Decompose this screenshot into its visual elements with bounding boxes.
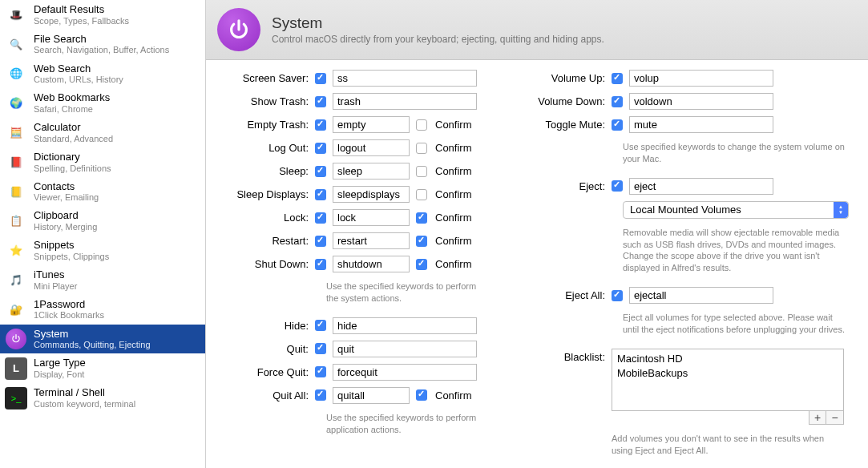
confirm-shut-down-checkbox[interactable]: [416, 259, 427, 270]
eject-input[interactable]: [629, 178, 773, 195]
blacklist-add-button[interactable]: +: [809, 410, 826, 425]
blacklist-listbox[interactable]: Macintosh HD MobileBackups: [612, 349, 844, 411]
contacts-icon: 📒: [5, 180, 27, 203]
screen-saver-input[interactable]: [333, 70, 477, 87]
show-trash-input[interactable]: [333, 93, 477, 110]
itunes-icon: 🎵: [5, 268, 27, 291]
calculator-icon: 🧮: [5, 122, 27, 144]
restart-input[interactable]: [333, 232, 410, 249]
confirm-quit-all-checkbox[interactable]: [416, 389, 427, 401]
enable-lock-checkbox[interactable]: [315, 212, 326, 224]
label-show-trash: Show Trash:: [222, 95, 309, 107]
large-type-icon: L: [5, 357, 27, 380]
sleep-displays-input[interactable]: [333, 186, 410, 203]
enable-log-out-checkbox[interactable]: [315, 143, 326, 154]
log-out-input[interactable]: [333, 139, 410, 156]
enable-shut-down-checkbox[interactable]: [315, 259, 326, 270]
enable-volume-down-checkbox[interactable]: [612, 96, 623, 107]
lock-input[interactable]: [333, 209, 410, 226]
sidebar-item-file-search[interactable]: 🔍 File SearchSearch, Navigation, Buffer,…: [0, 30, 205, 59]
enable-eject-checkbox[interactable]: [612, 180, 623, 192]
enable-restart-checkbox[interactable]: [315, 236, 326, 247]
helper-app-actions: Use the specified keywords to perform ap…: [326, 410, 486, 442]
snippets-icon: ⭐: [5, 240, 27, 262]
eject-scope-select[interactable]: Local Mounted Volumes: [623, 201, 849, 219]
1password-icon: 🔐: [5, 298, 27, 321]
label-shut-down: Shut Down:: [222, 258, 309, 270]
enable-quit-all-checkbox[interactable]: [315, 389, 326, 401]
sidebar-item-label: iTunes: [34, 268, 77, 281]
force-quit-input[interactable]: [333, 364, 477, 381]
sidebar-item-large-type[interactable]: L Large TypeDisplay, Font: [0, 353, 205, 383]
enable-quit-checkbox[interactable]: [315, 343, 326, 354]
helper-eject-scope: Removable media will show ejectable remo…: [623, 225, 847, 280]
empty-trash-input[interactable]: [333, 116, 410, 133]
sidebar-item-snippets[interactable]: ⭐ SnippetsSnippets, Clippings: [0, 236, 205, 265]
confirm-empty-trash-checkbox[interactable]: [416, 119, 427, 131]
confirm-sleep-checkbox[interactable]: [416, 166, 427, 177]
sidebar-item-sub: Snippets, Clippings: [34, 252, 109, 262]
volume-down-input[interactable]: [629, 93, 773, 110]
sidebar-item-1password[interactable]: 🔐 1Password1Click Bookmarks: [0, 295, 205, 325]
confirm-log-out-checkbox[interactable]: [416, 143, 427, 154]
sidebar-item-sub: Display, Font: [34, 369, 86, 380]
label-toggle-mute: Toggle Mute:: [519, 119, 605, 131]
sidebar-item-clipboard[interactable]: 📋 ClipboardHistory, Merging: [0, 206, 205, 236]
sidebar-item-label: Snippets: [34, 239, 109, 252]
sidebar-item-label: Web Bookmarks: [34, 91, 110, 104]
sidebar-item-label: Web Search: [34, 63, 123, 75]
confirm-restart-checkbox[interactable]: [416, 236, 427, 247]
toggle-mute-input[interactable]: [629, 116, 773, 133]
blacklist-item[interactable]: MobileBackups: [617, 366, 838, 381]
confirm-lock-checkbox[interactable]: [416, 212, 427, 224]
blacklist-item[interactable]: Macintosh HD: [617, 352, 838, 366]
label-lock: Lock:: [222, 212, 309, 224]
enable-eject-all-checkbox[interactable]: [612, 290, 623, 301]
sidebar-item-sub: 1Click Bookmarks: [34, 310, 104, 321]
eject-all-input[interactable]: [629, 287, 773, 304]
enable-sleep-checkbox[interactable]: [315, 166, 326, 177]
quit-input[interactable]: [333, 341, 477, 357]
volume-up-input[interactable]: [629, 70, 773, 87]
sleep-input[interactable]: [333, 163, 410, 180]
confirm-label: Confirm: [435, 142, 472, 154]
enable-hide-checkbox[interactable]: [315, 320, 326, 331]
enable-volume-up-checkbox[interactable]: [612, 73, 623, 84]
enable-sleep-displays-checkbox[interactable]: [315, 189, 326, 200]
label-quit: Quit:: [222, 343, 309, 355]
sidebar-item-calculator[interactable]: 🧮 CalculatorStandard, Advanced: [0, 118, 205, 147]
confirm-label: Confirm: [435, 258, 472, 270]
confirm-sleep-displays-checkbox[interactable]: [416, 189, 427, 200]
sidebar-item-label: Terminal / Shell: [34, 386, 135, 399]
sidebar-item-sub: Standard, Advanced: [34, 134, 113, 144]
sidebar-item-label: Clipboard: [34, 209, 97, 222]
sidebar-item-sub: Safari, Chrome: [34, 104, 110, 115]
sidebar-item-web-search[interactable]: 🌐 Web SearchCustom, URLs, History: [0, 59, 205, 89]
label-eject: Eject:: [519, 180, 605, 192]
enable-screen-saver-checkbox[interactable]: [315, 73, 326, 84]
sidebar-item-label: Calculator: [34, 121, 113, 134]
sidebar-item-system[interactable]: SystemCommands, Quitting, Ejecting: [0, 325, 205, 354]
hide-input[interactable]: [333, 317, 477, 334]
sidebar-item-sub: Custom keyword, terminal: [34, 399, 135, 410]
sidebar-item-web-bookmarks[interactable]: 🌍 Web BookmarksSafari, Chrome: [0, 88, 205, 118]
sidebar-item-contacts[interactable]: 📒 ContactsViewer, Emailing: [0, 177, 205, 207]
right-column: Volume Up: Volume Down: Toggle Mute: Use…: [519, 70, 849, 462]
label-restart: Restart:: [222, 235, 309, 247]
sidebar-item-default-results[interactable]: 🎩 Default ResultsScope, Types, Fallbacks: [0, 0, 205, 30]
sidebar-item-itunes[interactable]: 🎵 iTunesMini Player: [0, 265, 205, 295]
enable-show-trash-checkbox[interactable]: [315, 96, 326, 107]
sidebar-item-dictionary[interactable]: 📕 DictionarySpelling, Definitions: [0, 147, 205, 177]
sidebar-item-label: System: [34, 328, 151, 341]
sidebar-item-label: Contacts: [34, 180, 99, 193]
power-icon: [217, 8, 260, 51]
quit-all-input[interactable]: [333, 387, 410, 404]
blacklist-remove-button[interactable]: −: [826, 410, 844, 425]
sidebar-item-terminal[interactable]: >_ Terminal / ShellCustom keyword, termi…: [0, 383, 205, 413]
enable-force-quit-checkbox[interactable]: [315, 366, 326, 377]
enable-toggle-mute-checkbox[interactable]: [612, 119, 623, 131]
label-volume-up: Volume Up:: [519, 72, 605, 84]
shut-down-input[interactable]: [333, 256, 410, 272]
enable-empty-trash-checkbox[interactable]: [315, 119, 326, 131]
label-eject-all: Eject All:: [519, 289, 605, 301]
